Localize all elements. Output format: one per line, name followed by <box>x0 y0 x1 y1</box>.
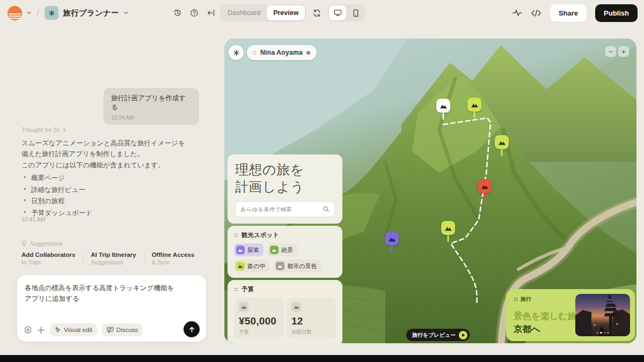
suggestion-add-collaborators[interactable]: Add Collaborators to Trips <box>21 252 83 265</box>
user-pill[interactable]: Nina Aoyama <box>247 45 317 60</box>
device-switcher <box>328 4 365 21</box>
app-window: / 旅行プランナー Dashboard Preview <box>0 0 644 362</box>
online-status-dot <box>306 51 310 55</box>
tag-label: 森の中 <box>247 262 265 270</box>
drag-handle-icon <box>514 297 518 301</box>
stat-value: ¥50,000 <box>239 315 279 327</box>
suggestion-subtitle: & Sync <box>152 259 194 265</box>
stat-budget: ¥50,000 予算 <box>234 298 283 339</box>
composer-input[interactable]: 各地点の標高を表示する高度トラッキング機能を アプリに追加する <box>25 283 199 304</box>
workspace-logo-icon[interactable] <box>8 6 22 20</box>
play-icon <box>459 331 467 339</box>
search-icon <box>323 206 330 212</box>
trip-card-kyoto[interactable]: 旅行 景色を楽しむ旅 京都へ <box>506 289 635 341</box>
suggestion-cards: Add Collaborators to Trips AI Trip Itine… <box>21 252 209 265</box>
map-pin-mountain[interactable] <box>495 135 509 149</box>
stat-value: 12 <box>291 315 331 327</box>
share-button[interactable]: Share <box>550 4 587 22</box>
assistant-message-text: スムーズなアニメーションと高品質な旅行イメージを 備えた旅行計画アプリを制作しま… <box>21 138 204 171</box>
drag-handle-icon <box>234 287 238 292</box>
stat-label: 休暇日数 <box>291 329 331 336</box>
mountain-icon <box>236 262 245 270</box>
suggestions-label: Suggestions <box>30 240 63 247</box>
carousel-dots[interactable] <box>575 332 630 334</box>
settings-icon[interactable] <box>24 326 32 334</box>
user-message-text: 旅行計画アプリを作成する <box>111 94 192 112</box>
discuss-label: Discuss <box>116 327 138 333</box>
stat-vacation-days: 12 休暇日数 <box>287 298 336 339</box>
mobile-view-icon[interactable] <box>347 5 364 20</box>
tag-explore[interactable]: 探索 <box>234 243 264 256</box>
trip-preview-label: 旅行をプレビュー <box>412 331 456 339</box>
map-pin-mountain[interactable] <box>436 99 450 113</box>
mountain-icon <box>239 302 248 312</box>
help-icon[interactable] <box>190 9 199 17</box>
map-pin-mountain[interactable] <box>467 98 481 112</box>
tag-label: 都市の景色 <box>287 262 317 270</box>
trip-card-header: 旅行 <box>521 295 531 303</box>
tab-dashboard[interactable]: Dashboard <box>221 5 267 20</box>
assistant-message-time: 10:41 AM <box>21 216 45 223</box>
budget-card-title: 予算 <box>241 285 254 293</box>
tab-preview[interactable]: Preview <box>267 5 305 20</box>
publish-button[interactable]: Publish <box>595 4 638 22</box>
suggestions-header: Suggestions <box>21 240 63 247</box>
drag-handle-icon <box>252 50 257 55</box>
app-preview-canvas[interactable]: Nina Aoyama − + 理想の旅を 計画しよう 観光スポット <box>224 39 636 343</box>
attach-plus-icon[interactable] <box>37 326 45 334</box>
search-box[interactable] <box>235 201 335 217</box>
suggestion-title: Offline Access <box>152 252 194 258</box>
collapse-panel-icon[interactable] <box>207 9 215 17</box>
suggestion-ai-itinerary[interactable]: AI Trip Itinerary Suggestions <box>91 252 144 265</box>
hero-title: 理想の旅を 計画しよう <box>235 161 335 195</box>
map-pin-mountain[interactable] <box>385 232 399 246</box>
kyoto-photo-thumbnail <box>575 294 630 336</box>
map-pin-mountain[interactable] <box>441 221 455 235</box>
cursor-icon <box>55 327 61 333</box>
refresh-icon[interactable] <box>312 9 321 18</box>
thought-label: Thought for 2s <box>21 127 60 133</box>
thought-toggle[interactable]: Thought for 2s <box>21 127 67 133</box>
top-bar: / 旅行プランナー Dashboard Preview <box>0 0 644 26</box>
spots-card-title: 観光スポット <box>241 231 279 239</box>
suggestion-subtitle: Suggestions <box>91 259 136 265</box>
code-icon[interactable] <box>531 10 541 17</box>
chevron-down-icon[interactable] <box>26 10 32 16</box>
speech-bubble-icon <box>107 327 114 333</box>
budget-card: 予算 ¥50,000 予算 12 休暇日数 <box>228 280 342 343</box>
mountain-icon <box>236 246 245 254</box>
activity-icon[interactable] <box>513 9 522 17</box>
user-message-time: 10:24 AM <box>111 115 192 121</box>
tag-label: 絶景 <box>281 246 293 254</box>
project-title: 旅行プランナー <box>63 8 119 18</box>
zoom-out-button[interactable]: − <box>605 46 616 57</box>
mountain-icon <box>276 262 284 270</box>
history-icon[interactable] <box>173 9 182 17</box>
desktop-view-icon[interactable] <box>329 5 346 20</box>
view-switcher: Dashboard Preview <box>220 4 306 21</box>
spots-card: 観光スポット 探索 絶景 森の中 都市の景色 <box>228 226 342 278</box>
stat-label: 予算 <box>239 329 279 336</box>
visual-edit-button[interactable]: Visual edit <box>50 323 97 336</box>
chevron-down-icon[interactable] <box>123 10 129 16</box>
widget-column: 理想の旅を 計画しよう 観光スポット 探索 絶景 森の中 都市の景色 <box>228 154 342 343</box>
zoom-in-button[interactable]: + <box>618 46 629 57</box>
suggestion-offline-access[interactable]: Offline Access & Sync <box>152 252 202 265</box>
discuss-button[interactable]: Discuss <box>102 323 143 336</box>
mountain-icon <box>270 246 279 254</box>
visual-edit-label: Visual edit <box>64 327 92 333</box>
tag-forest[interactable]: 森の中 <box>234 260 269 272</box>
spot-tags: 探索 絶景 森の中 都市の景色 <box>234 243 336 272</box>
send-button[interactable] <box>184 321 200 337</box>
user-pill-name: Nina Aoyama <box>260 49 303 56</box>
project-icon[interactable] <box>45 6 58 20</box>
trip-preview-button[interactable]: 旅行をプレビュー <box>406 329 470 341</box>
preview-logo-button[interactable] <box>229 45 244 60</box>
tag-cityscape[interactable]: 都市の景色 <box>274 260 321 272</box>
message-composer: 各地点の標高を表示する高度トラッキング機能を アプリに追加する Visual e… <box>17 275 206 342</box>
search-input[interactable] <box>240 206 320 212</box>
tag-scenic[interactable]: 絶景 <box>268 243 297 256</box>
map-pin-mountain[interactable] <box>478 179 492 193</box>
asterisk-icon <box>233 49 240 56</box>
suggestion-subtitle: to Trips <box>21 259 75 265</box>
